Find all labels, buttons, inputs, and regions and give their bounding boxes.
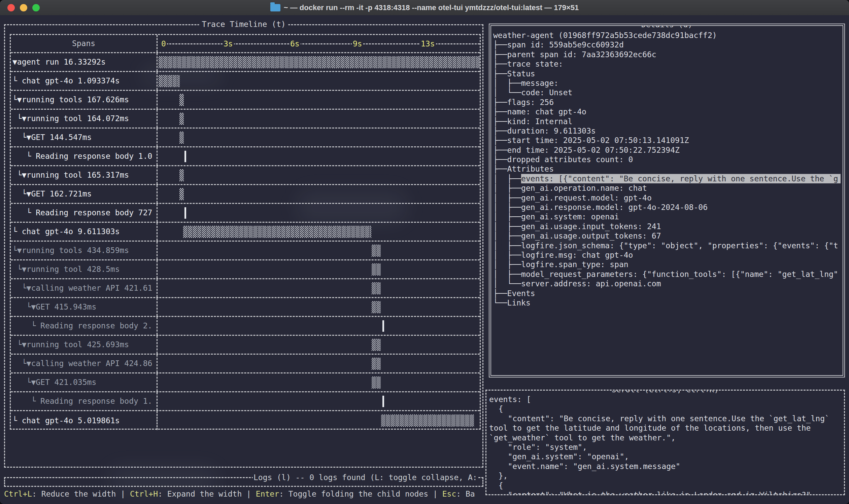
details-tree-item-text: Attributes xyxy=(507,164,554,174)
details-tree-item[interactable]: │ ├──gen_ai.system: openai xyxy=(493,212,841,221)
window-title: ~ — docker run --rm -it -p 4318:4318 --n… xyxy=(270,3,579,12)
tree-branch-glyph: │ └── xyxy=(493,88,521,97)
details-tree-item[interactable]: weather-agent (01968ff972a5b53cede738dc9… xyxy=(493,31,841,40)
close-button[interactable] xyxy=(7,4,15,12)
span-row[interactable]: └▼calling weather API 421.61 xyxy=(11,279,480,298)
span-row[interactable]: └ chat gpt-4o 5.019861s xyxy=(11,411,480,430)
details-tree-item[interactable]: │ ├──gen_ai.response.model: gpt-4o-2024-… xyxy=(493,202,841,212)
span-row[interactable]: └▼running tool 428.5ms xyxy=(11,260,480,279)
details-tree-item[interactable]: ├──name: chat gpt-4o xyxy=(493,107,841,116)
tree-branch-glyph: │ ├── xyxy=(493,212,521,221)
span-duration-bar xyxy=(371,377,381,389)
keybinding-key: Esc xyxy=(442,489,457,498)
span-timeline-cell xyxy=(158,110,480,127)
scroll-text-line: { xyxy=(489,404,842,414)
details-tree-item-text: end time: 2025-05-02 07:50:22.752394Z xyxy=(507,145,680,155)
span-row[interactable]: └▼running tool 425.693ms xyxy=(11,336,480,355)
span-row[interactable]: └ chat gpt-4o 1.093374s xyxy=(11,72,480,91)
details-tree-item-text: logfire.span_type: span xyxy=(521,260,629,269)
scroll-panel[interactable]: Scroll (Ctrl+J, Ctrl+K) events: [ { "con… xyxy=(485,390,845,495)
span-row[interactable]: └ Reading response body 1. xyxy=(11,392,480,411)
details-tree-item[interactable]: │ ├──gen_ai.operation.name: chat xyxy=(493,183,841,193)
span-row[interactable]: ▼agent run 16.33292s xyxy=(11,53,480,72)
details-tree-item[interactable]: │ └──server.address: api.openai.com xyxy=(493,279,841,288)
details-tree-item[interactable]: │ ├──gen_ai.usage.input_tokens: 241 xyxy=(493,222,841,231)
details-tree-item[interactable]: │ ├──gen_ai.request.model: gpt-4o xyxy=(493,193,841,202)
span-label: └▼running tool 165.317ms xyxy=(11,166,158,184)
span-duration-bar xyxy=(371,245,381,257)
details-tree-item[interactable]: ├──duration: 9.611303s xyxy=(493,126,841,136)
keybinding-key: Enter xyxy=(256,489,279,498)
details-tree-item[interactable]: ├──Attributes xyxy=(493,164,841,174)
details-tree-item[interactable]: │ ├──logfire.span_type: span xyxy=(493,260,841,269)
span-label: └▼GET 144.547ms xyxy=(11,128,158,146)
details-panel[interactable]: Details (d) weather-agent (01968ff972a5b… xyxy=(489,23,845,378)
details-tree-item[interactable]: │ ├──logfire.msg: chat gpt-4o xyxy=(493,250,841,260)
details-tree-item[interactable]: ├──Status xyxy=(493,69,841,78)
details-tree-item[interactable]: ├──kind: Internal xyxy=(493,117,841,126)
details-tree-item[interactable]: │ ├──message: xyxy=(493,78,841,88)
span-label: └▼GET 162.721ms xyxy=(11,185,158,203)
details-tree-item-text: weather-agent (01968ff972a5b53cede738dc9… xyxy=(493,31,717,40)
span-row[interactable]: └ Reading response body 727 xyxy=(11,204,480,223)
span-row[interactable]: └▼GET 144.547ms xyxy=(11,128,480,147)
span-label: └▼running tool 164.072ms xyxy=(11,110,158,127)
span-row[interactable]: └▼running tools 167.626ms xyxy=(11,91,480,110)
spans-table[interactable]: Spans 03s6s9s13s ▼agent run 16.33292s└ c… xyxy=(10,34,481,430)
logs-panel[interactable]: Logs (l) -- 0 logs found (L: toggle coll… xyxy=(4,477,483,487)
span-label: └▼running tools 167.626ms xyxy=(11,91,158,109)
details-tree-item[interactable]: └──Links xyxy=(493,298,841,307)
details-tree-item[interactable]: │ ├──events: [{"content": "Be concise, r… xyxy=(493,174,841,183)
span-duration-bar xyxy=(371,301,381,313)
details-tree-item[interactable]: ├──end time: 2025-05-02 07:50:22.752394Z xyxy=(493,145,841,155)
span-row[interactable]: └ chat gpt-4o 9.611303s xyxy=(11,223,480,241)
zoom-button[interactable] xyxy=(32,4,40,12)
span-label: └ Reading response body 727 xyxy=(11,204,158,222)
traffic-lights xyxy=(7,0,40,15)
span-timeline-cell xyxy=(158,147,480,165)
details-tree-item-text: server.address: api.openai.com xyxy=(521,279,661,288)
details-tree-item-text: gen_ai.usage.output_tokens: 67 xyxy=(521,231,661,240)
details-tree-item-text: Links xyxy=(507,298,531,307)
details-tree-item[interactable]: ├──Events xyxy=(493,289,841,298)
span-row[interactable]: └▼running tool 164.072ms xyxy=(11,110,480,128)
details-tree-item[interactable]: ├──span id: 559ab5e9cc60932d xyxy=(493,40,841,50)
details-tree-item[interactable]: │ ├──logfire.json_schema: {"type": "obje… xyxy=(493,241,841,250)
span-timeline-cell xyxy=(158,91,480,109)
details-tree-item[interactable]: ├──dropped attributes count: 0 xyxy=(493,155,841,164)
details-tree-item[interactable]: ├──parent span id: 7aa32363692ec66c xyxy=(493,50,841,59)
span-row[interactable]: └▼GET 162.721ms xyxy=(11,185,480,204)
timeline-tick-label: 13s xyxy=(420,39,436,48)
trace-timeline-panel-title: Trace Timeline (t) xyxy=(199,19,288,29)
span-row[interactable]: └▼calling weather API 424.86 xyxy=(11,355,480,374)
span-row[interactable]: └ Reading response body 1.0 xyxy=(11,147,480,166)
span-duration-bar xyxy=(179,113,184,125)
span-row[interactable]: └▼running tools 434.859ms xyxy=(11,241,480,260)
span-duration-bar xyxy=(184,207,186,219)
minimize-button[interactable] xyxy=(20,4,27,12)
span-duration-bar xyxy=(158,75,180,87)
details-tree-item-text: span id: 559ab5e9cc60932d xyxy=(507,40,624,50)
folder-icon xyxy=(270,4,280,12)
span-row[interactable]: └▼GET 415.943ms xyxy=(11,298,480,317)
details-tree-item[interactable]: │ └──code: Unset xyxy=(493,88,841,97)
details-tree-item[interactable]: ├──trace state: xyxy=(493,59,841,69)
details-tree-item-text: logfire.json_schema: {"type": "object", … xyxy=(521,241,838,250)
span-duration-bar xyxy=(383,396,384,407)
details-tree-item[interactable]: ├──start time: 2025-05-02 07:50:13.14109… xyxy=(493,136,841,145)
span-row[interactable]: └▼running tool 165.317ms xyxy=(11,166,480,185)
span-timeline-cell xyxy=(158,298,480,316)
trace-timeline-panel: Trace Timeline (t) Spans 03s6s9s13s ▼age… xyxy=(4,24,483,468)
span-row[interactable]: └ Reading response body 2. xyxy=(11,317,480,336)
details-tree-item[interactable]: ├──flags: 256 xyxy=(493,97,841,107)
details-tree-item[interactable]: │ ├──model_request_parameters: {"functio… xyxy=(493,270,841,279)
tree-branch-glyph: │ ├── xyxy=(493,202,521,212)
details-tree-item[interactable]: │ ├──gen_ai.usage.output_tokens: 67 xyxy=(493,231,841,240)
details-tree-item-text: gen_ai.usage.input_tokens: 241 xyxy=(521,222,661,231)
details-tree-item-text: logfire.msg: chat gpt-4o xyxy=(521,250,633,260)
scroll-panel-title: Scroll (Ctrl+J, Ctrl+K) xyxy=(609,390,722,394)
span-row[interactable]: └▼GET 421.035ms xyxy=(11,374,480,392)
span-timeline-cell xyxy=(158,336,480,354)
scroll-content: events: [ { "content": "Be concise, repl… xyxy=(489,395,842,495)
tree-branch-glyph: ├── xyxy=(493,117,507,126)
